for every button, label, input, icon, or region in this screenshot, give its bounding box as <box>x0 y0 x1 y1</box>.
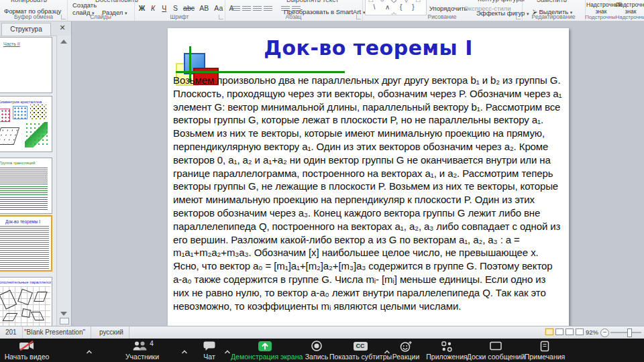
pane-scrollbar[interactable] <box>56 36 71 326</box>
chat-label: Чат <box>193 353 226 361</box>
character-spacing-button[interactable]: АВ <box>198 4 210 12</box>
subscript-button[interactable]: Подстрочный <box>616 1 644 8</box>
screen: Копировать Формат по образцу Буфер обмен… <box>0 0 644 362</box>
copy-button[interactable]: Копировать <box>11 0 47 3</box>
scroll-up-icon[interactable] <box>60 40 67 44</box>
share-screen-button[interactable]: Демонстрация экрана <box>231 340 299 361</box>
chat-options-chevron-icon[interactable] <box>224 345 231 357</box>
notes-label: Примечания <box>518 353 572 361</box>
arrange-button[interactable]: Упорядочить <box>429 5 468 12</box>
underline-button[interactable]: Ч <box>160 4 168 12</box>
slide-canvas: Док-во теоремы I Возьмем произвольно два… <box>71 21 644 326</box>
scroll-down-icon[interactable] <box>60 312 67 316</box>
participants-count-badge: 4 <box>150 340 154 347</box>
slide-thumbnail-3[interactable]: Группа трансляций <box>0 158 52 214</box>
parallelogram-3 <box>34 292 47 302</box>
bold-button[interactable]: Ж <box>138 4 146 12</box>
file-name-indicator: "Blank Presentation" <box>19 326 91 339</box>
align-text-button[interactable]: Выровнять текст <box>286 0 339 3</box>
reading-view-button[interactable] <box>566 328 574 335</box>
align-center-icon[interactable] <box>242 6 251 12</box>
slide-thumbnail-5[interactable]: Дополнительные параллелограммы <box>0 277 52 333</box>
thumbnail-2-title: Симметрия кристаллов <box>0 100 52 105</box>
font-group-label: Шрифт <box>134 13 225 20</box>
crystal-preview-red <box>0 109 10 122</box>
italic-button[interactable]: К <box>149 4 158 12</box>
zoom-level: 92% <box>586 326 598 339</box>
thumbnail-3-text-preview <box>0 168 48 185</box>
slideshow-view-button[interactable] <box>576 328 584 335</box>
thumbnail-5-title: Дополнительные параллелограммы <box>0 280 52 285</box>
zoom-slider-thumb[interactable] <box>627 328 632 337</box>
show-captions-label: Показать субтитры <box>329 353 391 361</box>
drawing-group-label: Рисование <box>362 13 522 20</box>
replace-button[interactable]: Заменить <box>537 0 567 3</box>
slides-pane: Структура ✕ Часть II Симметрия кристалло… <box>0 21 72 326</box>
crystal-preview-green <box>25 122 48 147</box>
logo-green-horizontal-line <box>176 71 345 73</box>
ribbon-group-font: Ж К Ч S abc АВ Аа А Шрифт <box>134 0 225 21</box>
participants-icon: 4 <box>113 340 172 352</box>
thumbnail-3-text-preview-2 <box>0 197 48 210</box>
participants-options-chevron-icon[interactable] <box>181 345 188 357</box>
align-left-icon[interactable] <box>231 6 240 12</box>
video-options-chevron-icon[interactable] <box>86 345 93 357</box>
font-buttons: Ж К Ч S abc АВ Аа А <box>138 4 236 12</box>
tab-outline[interactable]: Структура <box>1 23 51 36</box>
slide-body-text[interactable]: Возьмем произвольно два не параллельных … <box>173 74 564 312</box>
ribbon-group-paragraph: Выровнять текст Преобразовать в SmartArt… <box>225 0 363 21</box>
shadow-button[interactable]: S <box>171 4 180 12</box>
share-screen-icon <box>231 340 299 352</box>
language-indicator[interactable]: русский <box>94 326 129 339</box>
close-pane-icon[interactable]: ✕ <box>58 23 67 33</box>
ribbon-group-scripts: Надстрочный знак Подстрочный знак Подстр… <box>585 0 644 21</box>
ribbon-group-drawing: □ ○ ◇ ▽ □ \ ∧ { } ☆ Упорядочить Экспресс… <box>362 0 523 21</box>
thumbnail-1-title: Часть II <box>3 42 52 46</box>
slides-group-label: Слайды <box>67 13 134 20</box>
normal-view-button[interactable] <box>545 328 553 335</box>
slide-thumbnail-1[interactable]: Часть II <box>0 37 52 93</box>
superscript-button[interactable]: Надстрочный <box>586 1 616 8</box>
slide-thumbnail-4-selected[interactable]: Док-во теоремы I <box>0 215 52 272</box>
align-right-icon[interactable] <box>253 6 262 12</box>
change-case-button[interactable]: Аа <box>213 4 225 12</box>
parallelogram-6 <box>31 312 44 320</box>
crystal-preview-parallelepiped <box>0 127 19 145</box>
reset-slide-button[interactable]: Восстановить <box>95 0 138 3</box>
captions-cc-icon: CC <box>329 340 391 352</box>
parallelogram-5 <box>21 308 31 318</box>
font-dialog-launcher[interactable] <box>219 15 223 19</box>
clipboard-dialog-launcher[interactable] <box>61 15 66 19</box>
editing-group-label: Редактирование <box>522 13 585 20</box>
participants-label: Участники <box>113 353 172 361</box>
shape-outline-button[interactable]: Контур фигуры <box>478 0 525 3</box>
participants-button[interactable]: 4 Участники <box>113 340 172 361</box>
new-slide-button[interactable]: Создать <box>72 1 97 9</box>
zoom-slider-track[interactable] <box>610 332 641 333</box>
notes-button[interactable]: Примечания <box>518 340 572 361</box>
justify-icon[interactable] <box>264 6 272 12</box>
start-video-button[interactable]: Начать видео <box>0 340 59 361</box>
start-video-label: Начать видео <box>0 353 59 361</box>
slide-sorter-view-button[interactable] <box>555 328 564 335</box>
show-captions-button[interactable]: CC Показать субтитры <box>329 340 391 361</box>
slide-thumbnail-2[interactable]: Симметрия кристаллов <box>0 96 52 152</box>
pane-tab-row: Структура ✕ <box>0 21 71 36</box>
thumbnail-3-title: Группа трансляций <box>0 161 52 166</box>
zoom-meeting-toolbar: Начать видео 4 Участники Чат <box>0 339 644 362</box>
pane-resize-grip[interactable] <box>60 318 69 324</box>
paragraph-dialog-launcher[interactable] <box>356 15 361 19</box>
parallelogram-1 <box>0 290 17 309</box>
powerpoint-ribbon: Копировать Формат по образцу Буфер обмен… <box>0 0 644 21</box>
chat-button[interactable]: Чат <box>193 340 226 361</box>
zoom-out-button[interactable]: – <box>600 328 609 337</box>
thumbnail-4-title: Док-во теоремы I <box>5 219 51 224</box>
thumbnail-5-grid-preview <box>0 286 50 332</box>
crystal-preview-blue <box>13 106 28 119</box>
parallelogram-4 <box>3 313 18 321</box>
slide-title[interactable]: Док-во теоремы I <box>168 36 569 60</box>
paragraph-group-label: Абзац <box>225 13 362 20</box>
current-slide[interactable]: Док-во теоремы I Возьмем произвольно два… <box>168 28 569 326</box>
drawing-dialog-launcher[interactable] <box>516 15 521 19</box>
strikethrough-button[interactable]: abc <box>182 4 196 12</box>
